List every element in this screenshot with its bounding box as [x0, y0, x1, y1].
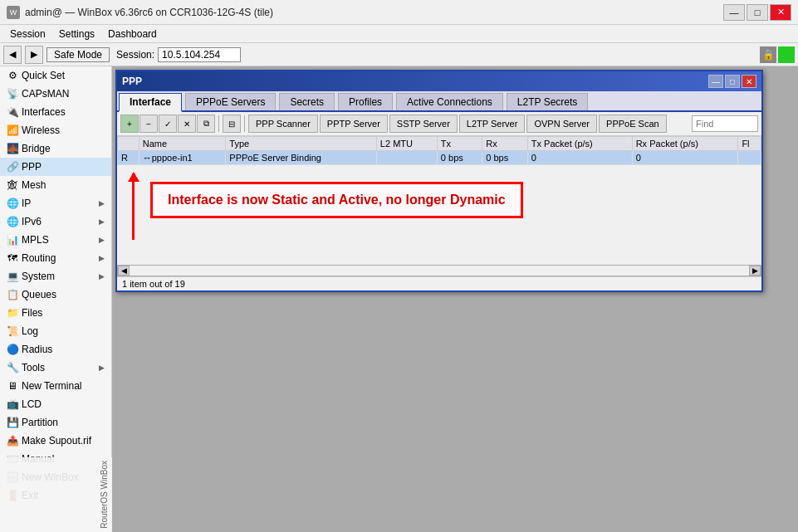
tab-secrets[interactable]: Secrets	[279, 93, 335, 110]
forward-button[interactable]: ▶	[25, 46, 43, 64]
cell-type: PPPoE Server Binding	[226, 151, 377, 165]
ppp-scanner-button[interactable]: PPP Scanner	[248, 115, 318, 133]
sidebar-item-wireless[interactable]: 📶 Wireless	[0, 121, 111, 139]
mesh-icon: 🕸	[7, 179, 18, 191]
disable-button[interactable]: ✕	[178, 115, 196, 133]
sidebar-item-queues[interactable]: 📋 Queues	[0, 286, 111, 304]
sstp-server-button[interactable]: SSTP Server	[389, 115, 458, 133]
sidebar-item-ip[interactable]: 🌐 IP ▶	[0, 194, 111, 212]
message-box: Interface is now Static and Active, no l…	[150, 182, 523, 218]
session-label: Session:	[116, 49, 154, 61]
col-header-rx-pkt[interactable]: Rx Packet (p/s)	[632, 137, 738, 151]
col-header-type[interactable]: Type	[226, 137, 377, 151]
col-header-name[interactable]: Name	[139, 137, 226, 151]
partition-icon: 💾	[7, 417, 18, 428]
sidebar-item-ipv6[interactable]: 🌐 IPv6 ▶	[0, 212, 111, 231]
sidebar-item-tools[interactable]: 🔧 Tools ▶	[0, 359, 111, 377]
col-header-flag	[118, 137, 140, 151]
ip-icon: 🌐	[7, 198, 18, 209]
copy-button[interactable]: ⧉	[197, 115, 215, 133]
title-bar-controls[interactable]: — □ ✕	[723, 4, 791, 21]
menu-dashboard[interactable]: Dashboard	[101, 27, 164, 41]
sidebar-item-ppp[interactable]: 🔗 PPP	[0, 158, 111, 176]
sidebar-item-files[interactable]: 📁 Files	[0, 304, 111, 322]
sidebar-item-routing[interactable]: 🗺 Routing ▶	[0, 249, 111, 267]
safe-mode-button[interactable]: Safe Mode	[47, 47, 110, 62]
queues-icon: 📋	[7, 289, 18, 300]
sidebar-item-partition[interactable]: 💾 Partition	[0, 413, 111, 432]
ppp-minimize-button[interactable]: —	[708, 75, 723, 88]
remove-button[interactable]: −	[140, 115, 158, 133]
ppp-toolbar: + − ✓ ✕ ⧉ ⊟ PPP Scanner PPTP Server SSTP…	[117, 112, 761, 136]
ppp-status-bar: 1 item out of 19	[117, 276, 761, 290]
ppp-titlebar: PPP — □ ✕	[117, 71, 761, 91]
enable-button[interactable]: ✓	[159, 115, 177, 133]
cell-tx: 0 bps	[437, 151, 482, 165]
pptp-server-button[interactable]: PPTP Server	[320, 115, 388, 133]
pppoe-scan-button[interactable]: PPPoE Scan	[599, 115, 667, 133]
tab-profiles[interactable]: Profiles	[338, 93, 393, 110]
back-button[interactable]: ◀	[3, 46, 22, 64]
sidebar-item-system[interactable]: 💻 System ▶	[0, 267, 111, 286]
sidebar-item-quick-set[interactable]: ⚙ Quick Set	[0, 66, 111, 85]
minimize-button[interactable]: —	[723, 4, 745, 21]
sidebar-item-mesh[interactable]: 🕸 Mesh	[0, 176, 111, 194]
routing-arrow: ▶	[99, 254, 105, 262]
tab-interface[interactable]: Interface	[119, 93, 182, 112]
title-bar: W admin@ — WinBox v6.36rc6 on CCR1036-12…	[0, 0, 798, 25]
session-input[interactable]	[158, 47, 241, 62]
table-row[interactable]: R ↔pppoe-in1 PPPoE Server Binding 0 bps …	[118, 151, 761, 165]
ppp-window: PPP — □ ✕ Interface PPPoE Servers Secret…	[115, 70, 763, 292]
scrollbar-track[interactable]	[130, 266, 749, 276]
ppp-window-controls[interactable]: — □ ✕	[708, 75, 756, 88]
system-icon: 💻	[7, 271, 18, 282]
cell-tx-pkt: 0	[527, 151, 632, 165]
red-arrow-head	[128, 172, 140, 182]
menu-session[interactable]: Session	[3, 27, 52, 41]
ppp-close-button[interactable]: ✕	[742, 75, 756, 88]
scrollbar-right-button[interactable]: ▶	[749, 266, 761, 276]
col-header-tx-pkt[interactable]: Tx Packet (p/s)	[527, 137, 632, 151]
ppp-window-title: PPP	[122, 76, 142, 87]
close-button[interactable]: ✕	[770, 4, 791, 21]
cell-rx: 0 bps	[482, 151, 527, 165]
col-header-tx[interactable]: Tx	[437, 137, 482, 151]
sidebar-item-mpls[interactable]: 📊 MPLS ▶	[0, 231, 111, 249]
mpls-arrow: ▶	[99, 236, 105, 244]
col-header-l2mtu[interactable]: L2 MTU	[376, 137, 437, 151]
filter-button[interactable]: ⊟	[223, 115, 241, 133]
sidebar-item-log[interactable]: 📜 Log	[0, 322, 111, 340]
message-area: Interface is now Static and Active, no l…	[117, 165, 761, 265]
maximize-button[interactable]: □	[747, 4, 768, 21]
lcd-icon: 📺	[7, 398, 18, 410]
add-button[interactable]: +	[120, 115, 139, 133]
tab-pppoe-servers[interactable]: PPPoE Servers	[185, 93, 276, 110]
scrollbar-left-button[interactable]: ◀	[118, 266, 130, 276]
quick-set-icon: ⚙	[7, 70, 18, 81]
sidebar-item-radius[interactable]: 🔵 Radius	[0, 340, 111, 359]
tab-active-connections[interactable]: Active Connections	[396, 93, 503, 110]
sidebar-item-bridge[interactable]: 🌉 Bridge	[0, 139, 111, 158]
menu-settings[interactable]: Settings	[52, 27, 101, 41]
ppp-table-container: Name Type L2 MTU Tx Rx Tx Packet (p/s) R…	[117, 136, 761, 165]
tab-l2tp-secrets[interactable]: L2TP Secrets	[507, 93, 588, 110]
sidebar-brand-label: RouterOS WinBox	[0, 457, 112, 532]
sidebar-item-interfaces[interactable]: 🔌 Interfaces	[0, 103, 111, 121]
files-icon: 📁	[7, 307, 18, 319]
connection-status-indicator	[778, 46, 795, 63]
sidebar-item-new-terminal[interactable]: 🖥 New Terminal	[0, 377, 111, 395]
l2tp-server-button[interactable]: L2TP Server	[459, 115, 526, 133]
ovpn-server-button[interactable]: OVPN Server	[526, 115, 597, 133]
sidebar-item-lcd[interactable]: 📺 LCD	[0, 395, 111, 413]
interfaces-icon: 🔌	[7, 106, 18, 118]
sidebar: ⚙ Quick Set 📡 CAPsMAN 🔌 Interfaces 📶 Wir…	[0, 66, 112, 532]
sidebar-item-make-supout[interactable]: 📤 Make Supout.rif	[0, 432, 111, 450]
ppp-tab-bar: Interface PPPoE Servers Secrets Profiles…	[117, 91, 761, 112]
sidebar-item-capsman[interactable]: 📡 CAPsMAN	[0, 85, 111, 103]
routing-icon: 🗺	[7, 252, 18, 264]
horizontal-scrollbar[interactable]: ◀ ▶	[117, 265, 761, 276]
ppp-maximize-button[interactable]: □	[725, 75, 740, 88]
main-layout: ⚙ Quick Set 📡 CAPsMAN 🔌 Interfaces 📶 Wir…	[0, 66, 798, 532]
find-input[interactable]	[692, 115, 758, 132]
col-header-rx[interactable]: Rx	[482, 137, 527, 151]
